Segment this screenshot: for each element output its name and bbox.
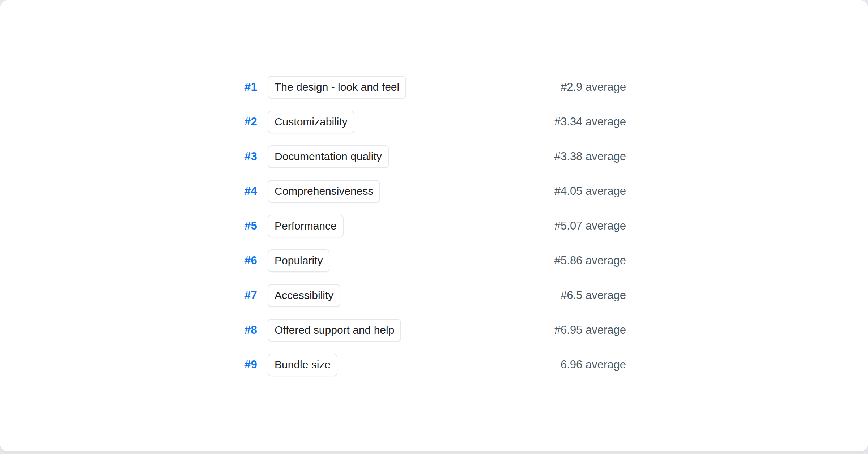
ranking-row: #9 Bundle size 6.96 average xyxy=(242,354,626,376)
average-value: 6.96 average xyxy=(561,358,626,371)
rank-number: #2 xyxy=(242,115,257,128)
rank-number: #7 xyxy=(242,289,257,302)
rank-number: #9 xyxy=(242,358,257,371)
average-value: #5.86 average xyxy=(554,254,626,267)
ranking-row: #1 The design - look and feel #2.9 avera… xyxy=(242,76,626,99)
option-chip: Documentation quality xyxy=(268,145,389,168)
option-label: Documentation quality xyxy=(275,150,382,163)
page-background: #1 The design - look and feel #2.9 avera… xyxy=(0,0,868,454)
option-chip: Customizability xyxy=(268,111,354,133)
option-label: Bundle size xyxy=(275,359,331,371)
average-value: #3.38 average xyxy=(554,150,626,163)
rank-number: #6 xyxy=(242,254,257,267)
ranking-row: #7 Accessibility #6.5 average xyxy=(242,284,626,307)
average-value: #2.9 average xyxy=(561,81,626,94)
option-chip: Bundle size xyxy=(268,354,337,376)
ranking-row: #4 Comprehensiveness #4.05 average xyxy=(242,180,626,203)
rank-number: #4 xyxy=(242,185,257,198)
option-label: Popularity xyxy=(275,254,323,267)
rank-number: #1 xyxy=(242,81,257,94)
option-chip: Offered support and help xyxy=(268,319,401,342)
ranking-row: #2 Customizability #3.34 average xyxy=(242,111,626,133)
option-label: Customizability xyxy=(275,116,348,128)
option-chip: Accessibility xyxy=(268,284,340,307)
results-card: #1 The design - look and feel #2.9 avera… xyxy=(0,0,868,452)
option-label: Performance xyxy=(275,220,337,232)
rank-number: #5 xyxy=(242,219,257,232)
average-value: #5.07 average xyxy=(554,219,626,232)
ranking-results-list: #1 The design - look and feel #2.9 avera… xyxy=(242,76,626,376)
option-label: Offered support and help xyxy=(275,324,394,336)
option-chip: The design - look and feel xyxy=(268,76,406,99)
option-chip: Comprehensiveness xyxy=(268,180,380,203)
average-value: #6.95 average xyxy=(554,324,626,337)
option-chip: Popularity xyxy=(268,249,329,272)
average-value: #6.5 average xyxy=(561,289,626,302)
ranking-row: #8 Offered support and help #6.95 averag… xyxy=(242,319,626,342)
ranking-row: #6 Popularity #5.86 average xyxy=(242,249,626,272)
average-value: #4.05 average xyxy=(554,185,626,198)
rank-number: #3 xyxy=(242,150,257,163)
option-chip: Performance xyxy=(268,215,344,237)
option-label: Accessibility xyxy=(275,289,333,301)
option-label: Comprehensiveness xyxy=(275,185,373,197)
option-label: The design - look and feel xyxy=(275,81,399,93)
ranking-row: #3 Documentation quality #3.38 average xyxy=(242,145,626,168)
average-value: #3.34 average xyxy=(554,115,626,128)
ranking-row: #5 Performance #5.07 average xyxy=(242,215,626,237)
rank-number: #8 xyxy=(242,324,257,337)
